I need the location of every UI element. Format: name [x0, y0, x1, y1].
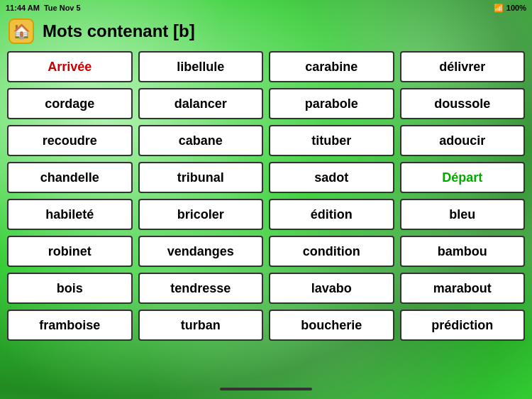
- word-card[interactable]: bleu: [400, 199, 526, 230]
- word-grid: Arrivéelibellulecarabinedélivrercordaged…: [0, 48, 532, 348]
- header: 🏠 Mots contenant [b]: [0, 16, 532, 48]
- status-left: 11:44 AM Tue Nov 5: [6, 4, 81, 12]
- word-card[interactable]: édition: [269, 199, 394, 230]
- word-card[interactable]: condition: [269, 236, 394, 267]
- bottom-bar: [220, 388, 312, 390]
- status-right: 📶 100%: [494, 4, 526, 13]
- word-card[interactable]: habileté: [7, 199, 133, 230]
- word-card[interactable]: bambou: [400, 236, 526, 267]
- word-card[interactable]: recoudre: [7, 125, 133, 156]
- word-card[interactable]: sadot: [269, 162, 394, 193]
- word-card[interactable]: turban: [138, 310, 264, 341]
- wifi-icon: 📶: [494, 4, 504, 13]
- battery-display: 100%: [506, 4, 526, 12]
- word-card[interactable]: tituber: [269, 125, 394, 156]
- word-card[interactable]: dalancer: [138, 88, 264, 119]
- home-button[interactable]: 🏠: [9, 18, 34, 44]
- status-bar: 11:44 AM Tue Nov 5 📶 100%: [0, 0, 532, 16]
- word-card[interactable]: cabane: [138, 125, 264, 156]
- word-card[interactable]: adoucir: [400, 125, 526, 156]
- page-title: Mots contenant [b]: [43, 21, 195, 41]
- word-card[interactable]: parabole: [269, 88, 394, 119]
- word-card[interactable]: carabine: [269, 51, 394, 82]
- word-card[interactable]: framboise: [7, 310, 133, 341]
- word-card[interactable]: chandelle: [7, 162, 133, 193]
- word-card[interactable]: marabout: [400, 273, 526, 304]
- word-card[interactable]: tribunal: [138, 162, 264, 193]
- word-card[interactable]: Départ: [400, 162, 526, 193]
- word-card[interactable]: tendresse: [138, 273, 264, 304]
- word-card[interactable]: boucherie: [269, 310, 394, 341]
- word-card[interactable]: vendanges: [138, 236, 264, 267]
- word-card[interactable]: libellule: [138, 51, 264, 82]
- word-card[interactable]: délivrer: [400, 51, 526, 82]
- word-card[interactable]: lavabo: [269, 273, 394, 304]
- word-card[interactable]: cordage: [7, 88, 133, 119]
- word-card[interactable]: doussole: [400, 88, 526, 119]
- time-display: 11:44 AM: [6, 4, 40, 12]
- word-card[interactable]: prédiction: [400, 310, 526, 341]
- word-card[interactable]: Arrivée: [7, 51, 133, 82]
- word-card[interactable]: bricoler: [138, 199, 264, 230]
- word-card[interactable]: robinet: [7, 236, 133, 267]
- date-display: Tue Nov 5: [44, 4, 81, 12]
- home-icon: 🏠: [13, 23, 31, 40]
- word-card[interactable]: bois: [7, 273, 133, 304]
